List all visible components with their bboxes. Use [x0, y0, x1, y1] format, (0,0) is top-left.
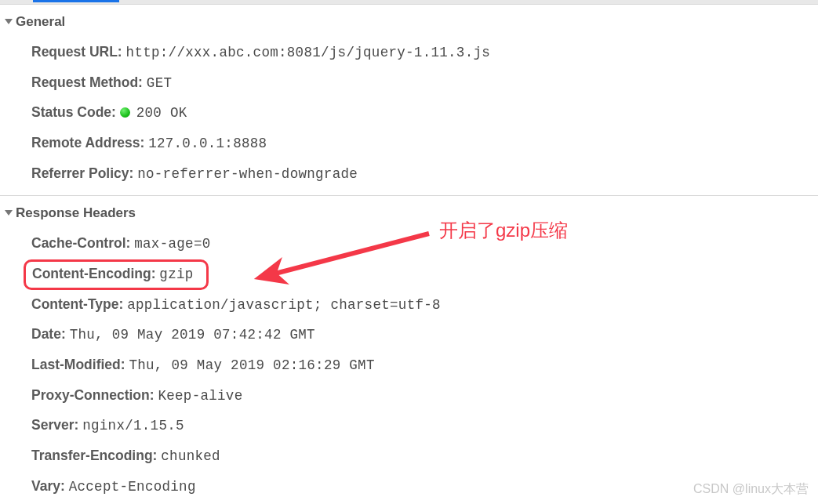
value-last-modified: Thu, 09 May 2019 02:16:29 GMT	[129, 357, 374, 373]
value-content-encoding: gzip	[159, 267, 193, 282]
row-remote-address: Remote Address: 127.0.0.1:8888	[31, 129, 818, 159]
status-ok-icon	[120, 107, 130, 118]
section-title-general: General	[16, 14, 65, 30]
label-last-modified: Last-Modified:	[31, 357, 125, 372]
row-date: Date: Thu, 09 May 2019 07:42:42 GMT	[31, 320, 818, 350]
label-transfer-encoding: Transfer-Encoding:	[31, 448, 157, 463]
watermark: CSDN @linux大本营	[693, 481, 809, 498]
row-cache-control: Cache-Control: max-age=0	[31, 229, 818, 259]
row-request-method: Request Method: GET	[31, 68, 818, 99]
row-transfer-encoding: Transfer-Encoding: chunked	[31, 441, 818, 472]
label-request-method: Request Method:	[31, 74, 143, 90]
general-rows: Request URL: http://xxx.abc.com:8081/js/…	[5, 38, 818, 189]
row-status-code: Status Code: 200 OK	[31, 98, 818, 129]
label-request-url: Request URL:	[31, 44, 122, 60]
value-cache-control: max-age=0	[134, 236, 210, 252]
row-server: Server: nginx/1.15.5	[31, 411, 818, 441]
value-server: nginx/1.15.5	[82, 418, 184, 433]
label-cache-control: Cache-Control:	[31, 235, 130, 251]
label-status-code: Status Code:	[31, 104, 116, 120]
collapse-triangle-icon	[5, 19, 13, 24]
label-content-encoding: Content-Encoding:	[32, 266, 155, 281]
value-status-code: 200 OK	[136, 105, 187, 121]
row-last-modified: Last-Modified: Thu, 09 May 2019 02:16:29…	[31, 350, 818, 381]
row-proxy-connection: Proxy-Connection: Keep-alive	[31, 381, 818, 412]
highlight-content-encoding: Content-Encoding: gzip	[24, 259, 209, 290]
section-general-header[interactable]: General	[5, 11, 818, 38]
value-request-url: http://xxx.abc.com:8081/js/jquery-1.11.3…	[126, 45, 490, 60]
value-date: Thu, 09 May 2019 07:42:42 GMT	[70, 327, 315, 343]
value-content-type: application/javascript; charset=utf-8	[127, 297, 441, 313]
label-remote-address: Remote Address:	[31, 135, 144, 150]
row-referrer-policy: Referrer Policy: no-referrer-when-downgr…	[31, 159, 818, 190]
row-request-url: Request URL: http://xxx.abc.com:8081/js/…	[31, 38, 818, 68]
collapse-triangle-icon	[5, 210, 13, 216]
label-server: Server:	[31, 417, 78, 433]
section-response-headers: Response Headers Cache-Control: max-age=…	[0, 195, 818, 504]
section-general: General Request URL: http://xxx.abc.com:…	[0, 4, 818, 195]
response-headers-rows: Cache-Control: max-age=0 Content-Encodin…	[5, 229, 818, 502]
value-request-method: GET	[147, 75, 172, 91]
label-referrer-policy: Referrer Policy:	[31, 165, 133, 181]
section-title-response-headers: Response Headers	[16, 205, 136, 221]
label-date: Date:	[31, 326, 66, 342]
value-referrer-policy: no-referrer-when-downgrade	[137, 166, 358, 182]
section-response-headers-header[interactable]: Response Headers	[5, 202, 818, 229]
value-transfer-encoding: chunked	[161, 448, 220, 464]
value-remote-address: 127.0.0.1:8888	[148, 136, 267, 151]
devtools-tab-strip	[0, 0, 818, 4]
label-proxy-connection: Proxy-Connection:	[31, 387, 155, 403]
label-content-type: Content-Type:	[31, 296, 123, 312]
value-vary: Accept-Encoding	[69, 479, 196, 495]
label-vary: Vary:	[31, 478, 65, 494]
annotation-text: 开启了gzip压缩	[439, 218, 568, 243]
row-content-encoding: Content-Encoding: gzip	[31, 259, 818, 290]
value-proxy-connection: Keep-alive	[158, 388, 242, 404]
row-content-type: Content-Type: application/javascript; ch…	[31, 290, 818, 321]
